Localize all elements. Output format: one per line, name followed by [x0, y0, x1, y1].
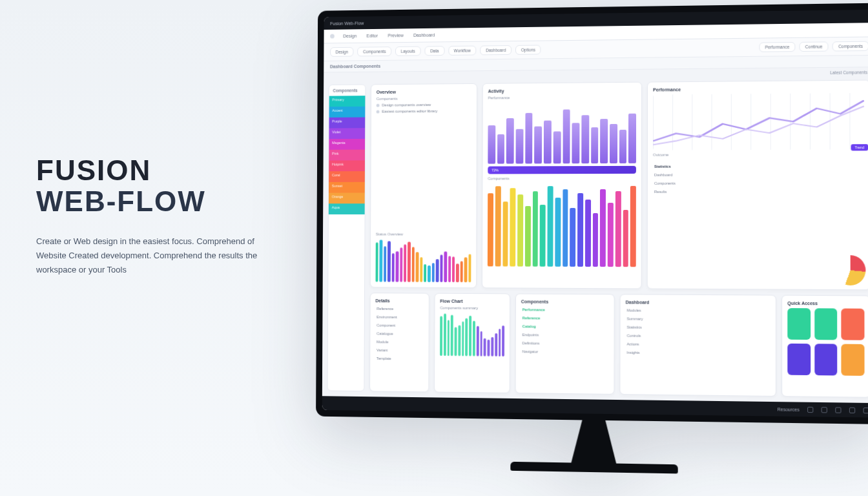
card-list-title: Components	[521, 299, 609, 304]
hero-title: FUSION WEB-FLOW	[36, 155, 282, 218]
card-overview[interactable]: Overview Components Design components ov…	[370, 83, 477, 288]
chart-axis-tag: Trend	[851, 144, 868, 150]
card-compare-title: Dashboard	[626, 300, 770, 305]
app-title: Fusion Web-Flow	[330, 21, 364, 26]
card-tiles[interactable]: Quick Access	[781, 294, 868, 398]
chart-pie-icon	[835, 255, 865, 285]
card-tiles-grid	[787, 308, 864, 376]
section-title: Dashboard Components	[330, 64, 380, 69]
card-compare-items: ModulesSummaryStatisticsControlsActionsI…	[626, 307, 770, 357]
quick-tile[interactable]	[842, 308, 865, 340]
grid-icon[interactable]	[807, 406, 813, 412]
chip-performance[interactable]: Performance	[759, 42, 795, 52]
chart-flow-bars	[440, 312, 504, 356]
palette-swatch[interactable]: Purple	[329, 118, 365, 129]
palette-title: Components	[329, 85, 366, 96]
card-overview-item: Design components overview	[377, 103, 472, 107]
chip-continue[interactable]: Continue	[800, 41, 829, 52]
palette-swatch[interactable]: Accent	[329, 107, 366, 118]
card-activity[interactable]: Activity Performance 72% Components	[482, 82, 642, 289]
menu-dashboard[interactable]: Dashboard	[409, 32, 439, 39]
status-dot-icon	[330, 34, 335, 39]
quick-tile[interactable]	[814, 344, 838, 375]
card-activity-title: Activity	[488, 88, 636, 94]
progress-meter: 72%	[488, 166, 636, 174]
card-detail[interactable]: Details ReferenceEnvironmentComponentCat…	[369, 293, 429, 393]
palette-swatches: PrimaryAccentPurpleVioletMagentaPinkHotp…	[329, 96, 366, 214]
hero-title-line2: WEB-FLOW	[36, 185, 206, 217]
boards: Overview Components Design components ov…	[367, 74, 868, 403]
card-stats-list: Statistics Dashboard Components Results	[653, 163, 864, 195]
monitor-base	[510, 462, 677, 474]
card-overview-footer: Status Overview	[376, 232, 471, 236]
play-icon[interactable]	[849, 407, 855, 413]
app-screen: Fusion Web-Flow Design Editor Preview Da…	[322, 10, 868, 418]
chart-rainbow-small	[376, 238, 471, 282]
menu-design[interactable]: Design	[339, 32, 360, 39]
quick-tile[interactable]	[787, 343, 811, 375]
card-trend-caption: Outcome	[653, 152, 864, 156]
card-list[interactable]: Components PerformanceReferenceCatalogEn…	[515, 293, 615, 395]
palette-swatch[interactable]: Violet	[329, 128, 365, 139]
gear-icon[interactable]	[835, 407, 841, 413]
quick-tile[interactable]	[842, 344, 865, 375]
card-flow-sub: Components summary	[440, 305, 504, 310]
chip-layouts[interactable]: Layouts	[395, 46, 421, 56]
palette-swatch[interactable]: Pink	[329, 150, 365, 161]
chart-trend-line: Trend	[653, 93, 864, 150]
expand-icon[interactable]	[863, 407, 868, 413]
sidebar-palette: Components PrimaryAccentPurpleVioletMage…	[327, 84, 366, 391]
chip-workflow[interactable]: Workflow	[448, 46, 477, 56]
monitor-bezel: Fusion Web-Flow Design Editor Preview Da…	[316, 3, 868, 424]
layers-icon[interactable]	[822, 407, 827, 413]
menu-preview[interactable]: Preview	[384, 32, 408, 39]
palette-swatch[interactable]: Orange	[329, 193, 365, 204]
workspace: Components PrimaryAccentPurpleVioletMage…	[322, 74, 868, 403]
menu-editor[interactable]: Editor	[363, 32, 382, 39]
palette-swatch[interactable]: Aqua	[329, 203, 365, 214]
palette-swatch[interactable]: Coral	[329, 171, 365, 182]
card-tiles-title: Quick Access	[787, 300, 864, 305]
card-overview-sub: Components	[377, 96, 472, 101]
card-detail-list: ReferenceEnvironmentComponentCatalogueMo…	[375, 305, 424, 362]
card-overview-title: Overview	[377, 89, 472, 94]
status-bar-label: Resources	[778, 407, 800, 412]
monitor-mockup: Fusion Web-Flow Design Editor Preview Da…	[316, 3, 868, 424]
card-flow[interactable]: Flow Chart Components summary	[434, 293, 510, 393]
quick-tile[interactable]	[787, 308, 810, 340]
hero: FUSION WEB-FLOW Create or Web design in …	[36, 155, 282, 277]
palette-swatch[interactable]: Magenta	[329, 139, 365, 150]
card-list-items: PerformanceReferenceCatalogEndpointsDefi…	[521, 306, 609, 355]
boards-row2: Details ReferenceEnvironmentComponentCat…	[369, 293, 868, 398]
chip-components2[interactable]: Components	[832, 41, 868, 52]
chip-components[interactable]: Components	[357, 46, 391, 56]
chip-design[interactable]: Design	[330, 47, 354, 57]
card-trend-title: Performance	[653, 86, 864, 92]
chip-data[interactable]: Data	[424, 46, 444, 56]
palette-swatch[interactable]: Sunset	[329, 182, 365, 193]
quick-tile[interactable]	[814, 308, 838, 340]
chart-activity-bars	[488, 101, 636, 164]
card-overview-item: Easiest components editor library	[377, 109, 472, 114]
card-flow-title: Flow Chart	[440, 298, 504, 304]
card-detail-title: Details	[375, 298, 424, 303]
card-trend[interactable]: Performance Trend Outcome Statistics	[647, 80, 868, 290]
palette-swatch[interactable]: Hotpink	[329, 160, 365, 171]
card-compare[interactable]: Dashboard ModulesSummaryStatisticsContro…	[619, 294, 776, 397]
hero-tagline: Create or Web design in the easiest focu…	[36, 234, 282, 277]
chip-dashboard[interactable]: Dashboard	[480, 45, 512, 55]
chart-rainbow-big	[488, 183, 636, 267]
card-activity-sub: Performance	[488, 95, 636, 100]
monitor-stand	[555, 420, 633, 466]
palette-swatch[interactable]: Primary	[329, 96, 366, 107]
chip-options[interactable]: Options	[515, 45, 541, 54]
hero-title-line1: FUSION	[36, 154, 151, 186]
card-activity-footer: Components	[488, 176, 636, 181]
